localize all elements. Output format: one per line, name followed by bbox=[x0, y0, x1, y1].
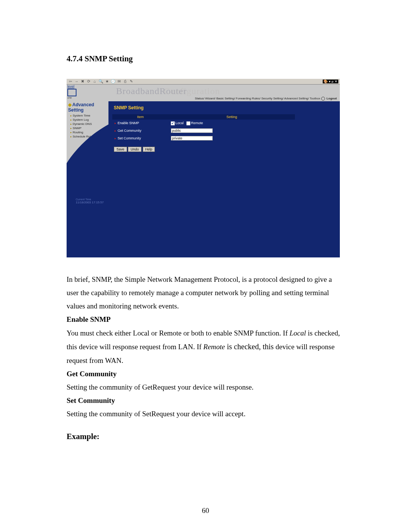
crumb-basic[interactable]: Basic Setting bbox=[216, 97, 234, 100]
row-get-label: Get Community bbox=[118, 129, 142, 133]
crumb-security[interactable]: Security Setting bbox=[261, 97, 283, 100]
intro-paragraph: In brief, SNMP, the Simple Network Manag… bbox=[67, 273, 344, 313]
back-icon[interactable]: ⇦ bbox=[68, 79, 73, 84]
router-title: BroadbandRouterConfiguration bbox=[116, 86, 220, 96]
crumb-wizard[interactable]: Wizard bbox=[205, 97, 215, 100]
col-setting: Setting bbox=[169, 114, 295, 120]
set-community-head: Set Community bbox=[67, 394, 344, 407]
get-community-paragraph: Setting the community of GetRequest your… bbox=[67, 380, 344, 394]
label-remote: Remote bbox=[191, 121, 203, 125]
set-community-paragraph: Setting the community of SetRequest your… bbox=[67, 407, 344, 420]
mail-icon[interactable]: ✉ bbox=[117, 79, 121, 84]
sidebar-item-dynamic-dns[interactable]: ▸Dynamic DNS bbox=[70, 122, 108, 126]
save-button[interactable]: Save bbox=[114, 147, 127, 152]
document-body: In brief, SNMP, the Simple Network Manag… bbox=[67, 273, 344, 420]
logout-link[interactable]: Logout bbox=[327, 97, 337, 100]
breadcrumb: Status/ Wizard/ Basic Setting/ Forwardin… bbox=[195, 97, 337, 101]
crumb-status[interactable]: Status bbox=[195, 97, 204, 100]
enable-snmp-paragraph: You must check either Local or Remote or… bbox=[67, 326, 344, 367]
home-icon[interactable]: ⌂ bbox=[92, 79, 97, 84]
crumb-advanced[interactable]: Advanced Setting bbox=[284, 97, 308, 100]
row-enable-label: Enable SNMP bbox=[118, 121, 139, 125]
label-local: Local bbox=[175, 121, 184, 125]
example-heading: Example: bbox=[67, 432, 344, 441]
sidebar-item-system-log[interactable]: ▸System Log bbox=[70, 118, 108, 122]
window-controls[interactable]: 🎨 ▾ ⌀ ✕ bbox=[323, 80, 338, 83]
crumb-toolbox[interactable]: Toolbox bbox=[310, 97, 320, 100]
refresh-icon[interactable]: ⟳ bbox=[86, 79, 91, 84]
checkbox-local[interactable]: ✔ bbox=[171, 121, 175, 125]
sidebar-heading: ◆Advanced Setting bbox=[67, 101, 108, 113]
browser-toolbar: ⇦ → ✖ ⟳ ⌂ 🔍 ★ 🕘 ✉ ⎙ ✎ 🎨 ▾ ⌀ ✕ bbox=[67, 79, 340, 85]
row-set-label: Set Community bbox=[118, 136, 141, 140]
search-icon[interactable]: 🔍 bbox=[99, 79, 103, 84]
undo-button[interactable]: Undo bbox=[128, 147, 142, 152]
get-community-head: Get Community bbox=[67, 367, 344, 380]
print-icon[interactable]: ⎙ bbox=[123, 79, 127, 84]
help-button[interactable]: Help bbox=[143, 147, 155, 152]
sidebar-current-time: Current Time 11/18/2003 17:15:57 bbox=[76, 198, 104, 204]
brand-logo: level one bbox=[67, 85, 83, 99]
sidebar: ◆Advanced Setting ▸System Time ▸System L… bbox=[67, 101, 108, 257]
main-panel: SNMP Setting Item Setting ▸Enable SNMP ✔… bbox=[108, 101, 340, 257]
page-number: 60 bbox=[0, 506, 411, 515]
favorites-icon[interactable]: ★ bbox=[105, 79, 109, 84]
router-screenshot: ⇦ → ✖ ⟳ ⌂ 🔍 ★ 🕘 ✉ ⎙ ✎ 🎨 ▾ ⌀ ✕ level one … bbox=[67, 79, 340, 257]
enable-snmp-head: Enable SNMP bbox=[67, 313, 344, 326]
history-icon[interactable]: 🕘 bbox=[111, 79, 115, 84]
settings-table: Item Setting ▸Enable SNMP ✔Local Remote … bbox=[112, 114, 295, 142]
logout-icon bbox=[321, 97, 325, 101]
crumb-forwarding[interactable]: Forwarding Rules bbox=[236, 97, 260, 100]
edit-icon[interactable]: ✎ bbox=[129, 79, 134, 84]
sidebar-item-system-time[interactable]: ▸System Time bbox=[70, 113, 108, 118]
section-heading: 4.7.4 SNMP Setting bbox=[67, 54, 344, 64]
panel-heading: SNMP Setting bbox=[114, 105, 336, 110]
forward-icon[interactable]: → bbox=[74, 79, 79, 84]
checkbox-remote[interactable] bbox=[186, 121, 190, 125]
router-header: level one BroadbandRouterConfiguration S… bbox=[67, 85, 340, 101]
get-community-input[interactable] bbox=[171, 128, 213, 133]
stop-icon[interactable]: ✖ bbox=[80, 79, 85, 84]
col-item: Item bbox=[112, 114, 169, 120]
set-community-input[interactable] bbox=[171, 136, 213, 141]
